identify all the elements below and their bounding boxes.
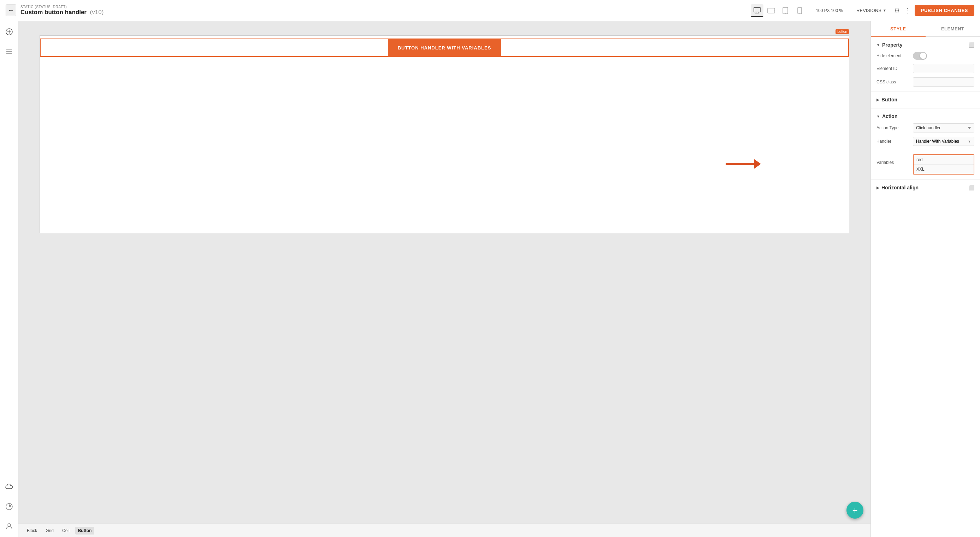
action-section-title: Action	[882, 113, 898, 119]
desktop-device-button[interactable]	[751, 4, 764, 17]
svg-point-5	[774, 10, 775, 11]
property-section: ▼ Property ⬜ Hide element Element ID	[871, 37, 980, 92]
device-switcher	[751, 4, 806, 17]
hide-element-label: Hide element	[877, 53, 910, 58]
button-center-text: BUTTON HANDLER WITH VARIABLES	[388, 39, 501, 56]
handler-value: Handler With Variables	[916, 139, 959, 144]
horizontal-align-section: ▶ Horizontal align ⬜	[871, 180, 980, 196]
element-id-input[interactable]	[913, 64, 974, 73]
action-type-select[interactable]: Click handler	[913, 123, 974, 132]
topbar: ← STATIC (STATUS: DRAFT) Custom button h…	[0, 0, 980, 21]
page-title: Custom button handler (v10)	[21, 9, 103, 16]
canvas-frame: button BUTTON HANDLER WITH VARIABLES	[40, 35, 849, 233]
variables-row: Variables	[877, 150, 974, 175]
tab-button[interactable]: Button	[75, 527, 95, 534]
svg-rect-6	[783, 8, 788, 14]
revisions-button[interactable]: REVISIONS ▼	[853, 6, 890, 15]
button-left-fill	[41, 39, 388, 56]
handler-dropdown[interactable]: Handler With Variables ▼	[913, 137, 974, 146]
button-section-title: Button	[881, 97, 897, 102]
button-right-fill	[501, 39, 848, 56]
element-id-label: Element ID	[877, 66, 910, 71]
toggle-knob	[920, 52, 926, 59]
hide-element-row: Hide element	[877, 52, 974, 60]
handler-row: Handler Handler With Variables ▼	[877, 137, 974, 146]
button-element[interactable]: BUTTON HANDLER WITH VARIABLES	[40, 38, 849, 57]
tab-element[interactable]: ELEMENT	[926, 21, 980, 37]
action-arrow	[725, 159, 761, 169]
tab-cell[interactable]: Cell	[59, 527, 72, 534]
element-id-row: Element ID	[877, 64, 974, 73]
horizontal-align-window-icon: ⬜	[968, 185, 974, 191]
panel-tabs: STYLE ELEMENT	[871, 21, 980, 37]
svg-point-9	[799, 13, 800, 13]
svg-point-7	[785, 13, 786, 13]
tab-block[interactable]: Block	[24, 527, 40, 534]
tab-grid[interactable]: Grid	[43, 527, 57, 534]
mobile-device-button[interactable]	[793, 4, 806, 17]
publish-button[interactable]: PUBLISH CHANGES	[915, 5, 974, 16]
handler-label: Handler	[877, 139, 910, 144]
svg-point-17	[8, 524, 11, 526]
tablet-portrait-device-button[interactable]	[779, 4, 792, 17]
cloud-icon[interactable]	[3, 480, 16, 493]
tab-style[interactable]: STYLE	[871, 21, 926, 37]
user-icon[interactable]	[3, 520, 16, 533]
button-chevron-right-icon: ▶	[877, 98, 879, 102]
toggle-switch[interactable]	[913, 52, 927, 60]
layers-icon[interactable]	[3, 45, 16, 58]
right-panel: STYLE ELEMENT ▼ Property ⬜ Hide element	[870, 21, 980, 537]
handler-chevron-icon: ▼	[967, 140, 971, 143]
action-section: ▼ Action Action Type Click handler Handl…	[871, 108, 980, 180]
variable2-input[interactable]	[913, 165, 974, 174]
hide-element-toggle[interactable]	[913, 52, 974, 60]
action-type-row: Action Type Click handler	[877, 123, 974, 132]
action-type-label: Action Type	[877, 126, 910, 130]
horizontal-align-header[interactable]: ▶ Horizontal align ⬜	[877, 185, 974, 191]
add-block-icon[interactable]	[3, 25, 16, 38]
variable1-input[interactable]	[913, 155, 974, 165]
page-status: STATIC (STATUS: DRAFT)	[21, 5, 103, 9]
css-class-label: CSS class	[877, 79, 910, 84]
settings-button[interactable]: ⚙	[894, 7, 900, 14]
variables-highlight-box	[913, 154, 974, 175]
revisions-chevron: ▼	[883, 8, 886, 13]
css-class-row: CSS class	[877, 77, 974, 87]
horizontal-align-chevron-icon: ▶	[877, 186, 879, 190]
left-sidebar	[0, 21, 18, 537]
css-class-input[interactable]	[913, 77, 974, 87]
button-section-header[interactable]: ▶ Button	[877, 97, 974, 102]
horizontal-align-title: Horizontal align	[881, 185, 918, 191]
action-section-header[interactable]: ▼ Action	[877, 113, 974, 119]
add-element-fab[interactable]: +	[846, 502, 864, 519]
action-chevron-down-icon: ▼	[877, 114, 880, 118]
property-section-title: Property	[882, 42, 903, 48]
property-section-header[interactable]: ▼ Property ⬜	[877, 42, 974, 48]
analytics-icon[interactable]	[3, 500, 16, 513]
tablet-landscape-device-button[interactable]	[765, 4, 778, 17]
svg-rect-0	[754, 8, 760, 12]
property-chevron-down-icon: ▼	[877, 43, 880, 47]
button-section: ▶ Button	[871, 92, 980, 108]
zoom-level: 100 PX 100 %	[816, 8, 843, 13]
title-group: STATIC (STATUS: DRAFT) Custom button han…	[21, 5, 103, 16]
back-button[interactable]: ←	[6, 5, 16, 16]
element-type-badge: button	[835, 29, 849, 34]
bottom-toolbar: Block Grid Cell Button	[18, 524, 870, 537]
canvas-area: button BUTTON HANDLER WITH VARIABLES + B…	[18, 21, 870, 537]
variables-label: Variables	[877, 160, 910, 165]
property-window-icon: ⬜	[968, 42, 974, 48]
more-options-button[interactable]: ⋮	[904, 7, 910, 14]
main-layout: button BUTTON HANDLER WITH VARIABLES + B…	[0, 21, 980, 537]
